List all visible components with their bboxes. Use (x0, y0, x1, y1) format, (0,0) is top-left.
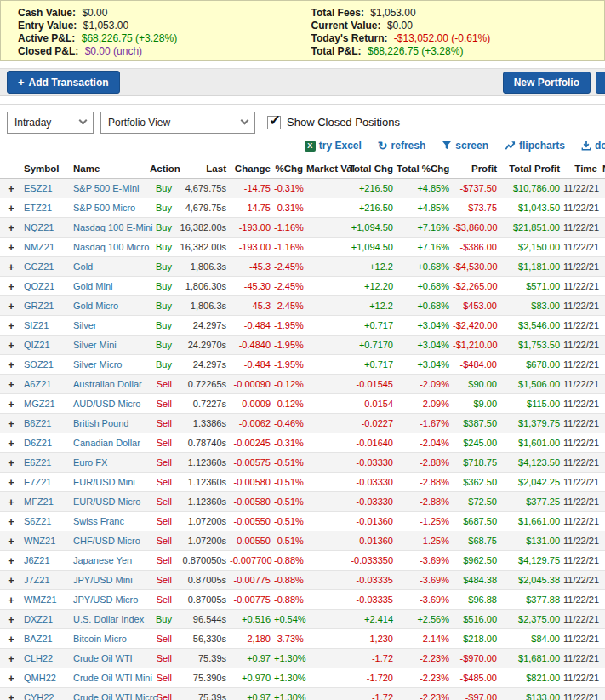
screen-link[interactable]: screen (442, 140, 488, 152)
expand-icon[interactable]: + (8, 476, 14, 489)
expand-icon[interactable]: + (8, 594, 14, 606)
col-header-last[interactable]: Last (175, 158, 230, 179)
cell-symbol[interactable]: J7Z21 (22, 571, 71, 590)
cell-name[interactable]: Nasdaq 100 Micro (71, 238, 150, 257)
cell-name[interactable]: Canadian Dollar (71, 433, 150, 453)
cell-name[interactable]: Silver (71, 316, 150, 336)
view-select[interactable]: Portfolio View (100, 112, 255, 134)
cell-name[interactable]: Crude Oil WTI Mini (71, 668, 150, 688)
cell-symbol[interactable]: B6Z21 (22, 414, 71, 433)
cell-name[interactable]: Crude Oil WTI Micro (71, 688, 150, 700)
cell-symbol[interactable]: NMZ21 (22, 238, 71, 257)
col-header-total-chg[interactable]: Total Chg (345, 158, 397, 179)
cell-symbol[interactable]: QOZ21 (22, 277, 71, 296)
expand-icon[interactable]: + (8, 672, 14, 685)
cell-name[interactable]: Nasdaq 100 E-Mini (71, 218, 150, 238)
expand-icon[interactable]: + (8, 515, 14, 528)
try-excel-link[interactable]: X try Excel (305, 140, 362, 152)
cell-symbol[interactable]: SOZ21 (22, 355, 71, 375)
refresh-link[interactable]: ↻ refresh (378, 140, 425, 152)
expand-icon[interactable]: + (8, 691, 14, 700)
cell-name[interactable]: Crude Oil WTI (71, 649, 150, 668)
cell-name[interactable]: Gold Mini (71, 277, 150, 296)
expand-icon[interactable]: + (8, 456, 14, 469)
col-header-profit[interactable]: Profit (453, 158, 500, 179)
cell-symbol[interactable]: E7Z21 (22, 473, 71, 492)
expand-icon[interactable]: + (8, 535, 14, 548)
cell-symbol[interactable]: GCZ21 (22, 257, 71, 277)
cell-symbol[interactable]: WMZ21 (22, 590, 71, 610)
cell-name[interactable]: Euro FX (71, 453, 150, 473)
cell-symbol[interactable]: D6Z21 (22, 433, 71, 453)
expand-icon[interactable]: + (8, 280, 14, 293)
cell-symbol[interactable]: J6Z21 (22, 551, 71, 571)
expand-icon[interactable]: + (8, 339, 14, 352)
col-header-change[interactable]: Change (230, 158, 274, 179)
cell-name[interactable]: Australian Dollar (71, 375, 150, 394)
cell-symbol[interactable]: QMH22 (22, 668, 71, 688)
expand-icon[interactable]: + (8, 241, 14, 254)
col-header-name[interactable]: Name (71, 158, 150, 179)
expand-icon[interactable]: + (8, 496, 14, 508)
cell-symbol[interactable]: A6Z21 (22, 375, 71, 394)
col-header--chg[interactable]: %Chg (274, 158, 306, 179)
cell-name[interactable]: Japanese Yen (71, 551, 150, 571)
col-header-action[interactable]: Action (150, 158, 175, 179)
expand-icon[interactable]: + (8, 182, 14, 195)
clipped-edge-button[interactable] (596, 72, 605, 94)
expand-icon[interactable]: + (8, 574, 14, 587)
expand-icon[interactable]: + (8, 221, 14, 234)
cell-name[interactable]: Swiss Franc (71, 512, 150, 531)
expand-icon[interactable]: + (8, 202, 14, 215)
cell-name[interactable]: Silver Micro (71, 355, 150, 375)
cell-name[interactable]: EUR/USD Micro (71, 492, 150, 512)
col-header-total-profit[interactable]: Total Profit (500, 158, 563, 179)
cell-symbol[interactable]: GRZ21 (22, 296, 71, 316)
cell-symbol[interactable]: ETZ21 (22, 198, 71, 218)
cell-name[interactable]: Gold Micro (71, 296, 150, 316)
download-link[interactable]: download (581, 140, 605, 152)
new-portfolio-button[interactable]: New Portfolio (503, 72, 591, 94)
cell-symbol[interactable]: MGZ21 (22, 394, 71, 414)
expand-icon[interactable]: + (8, 378, 14, 391)
cell-name[interactable]: Silver Mini (71, 336, 150, 355)
expand-icon[interactable]: + (8, 652, 14, 665)
cell-symbol[interactable]: NQZ21 (22, 218, 71, 238)
cell-symbol[interactable]: CYH22 (22, 688, 71, 700)
expand-icon[interactable]: + (8, 319, 14, 332)
cell-name[interactable]: Bitcoin Micro (71, 629, 150, 649)
col-header-market-val[interactable]: Market Val (306, 158, 345, 179)
cell-symbol[interactable]: WNZ21 (22, 531, 71, 551)
expand-icon[interactable]: + (8, 261, 14, 273)
show-closed-checkbox[interactable]: ✓ (267, 116, 281, 129)
cell-symbol[interactable]: S6Z21 (22, 512, 71, 531)
cell-name[interactable]: JPY/USD Micro (71, 590, 150, 610)
expand-icon[interactable]: + (8, 633, 14, 645)
col-header-symbol[interactable]: Symbol (22, 158, 71, 179)
expand-icon[interactable]: + (8, 613, 14, 626)
expand-icon[interactable]: + (8, 437, 14, 450)
expand-icon[interactable]: + (8, 554, 14, 567)
expand-icon[interactable]: + (8, 300, 14, 313)
expand-icon[interactable]: + (8, 417, 14, 430)
cell-symbol[interactable]: MFZ21 (22, 492, 71, 512)
cell-name[interactable]: AUD/USD Micro (71, 394, 150, 414)
cell-name[interactable]: British Pound (71, 414, 150, 433)
col-header-total-chg[interactable]: Total %Chg (397, 158, 453, 179)
cell-name[interactable]: U.S. Dollar Index (71, 610, 150, 629)
cell-name[interactable]: EUR/USD Mini (71, 473, 150, 492)
expand-icon[interactable]: + (8, 359, 14, 371)
cell-symbol[interactable]: DXZ21 (22, 610, 71, 629)
cell-name[interactable]: S&P 500 Micro (71, 198, 150, 218)
cell-symbol[interactable]: BAZ21 (22, 629, 71, 649)
cell-symbol[interactable]: CLH22 (22, 649, 71, 668)
cell-name[interactable]: CHF/USD Micro (71, 531, 150, 551)
cell-name[interactable]: S&P 500 E-Mini (71, 179, 150, 198)
col-header-time[interactable]: Time (563, 158, 601, 179)
cell-symbol[interactable]: QIZ21 (22, 336, 71, 355)
cell-name[interactable]: JPY/USD Mini (71, 571, 150, 590)
flipcharts-link[interactable]: flipcharts (505, 140, 565, 152)
add-transaction-button[interactable]: +Add Transaction (7, 71, 120, 94)
cell-symbol[interactable]: SIZ21 (22, 316, 71, 336)
expand-icon[interactable]: + (8, 398, 14, 410)
